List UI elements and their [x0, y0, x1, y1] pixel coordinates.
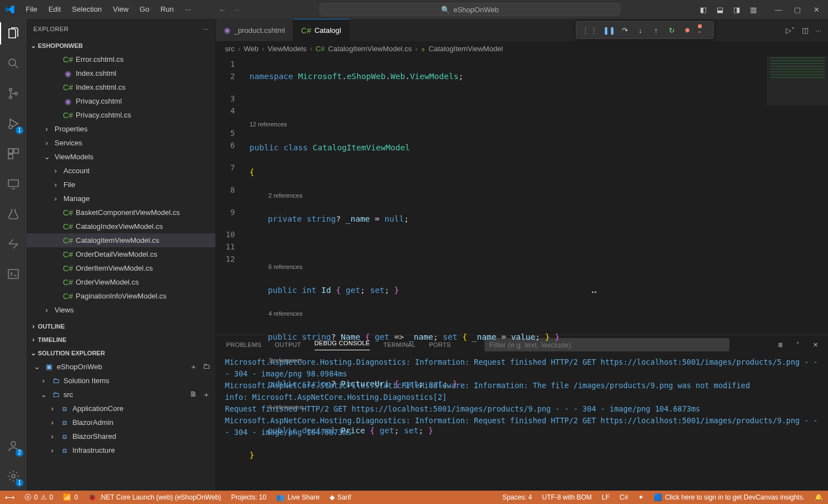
tree-row[interactable]: C#OrderDetailViewModel.cs: [27, 247, 215, 261]
run-config-icon[interactable]: ▷˅: [786, 26, 795, 35]
minimap[interactable]: [767, 56, 828, 200]
tree-row[interactable]: ◉Index.cshtml: [27, 66, 215, 80]
tree-row[interactable]: C#Index.cshtml.cs: [27, 80, 215, 94]
tree-row[interactable]: ›Views: [27, 303, 215, 317]
window-maximize-icon[interactable]: ▢: [789, 0, 806, 19]
restart-icon[interactable]: ↻: [667, 26, 677, 35]
chevron-icon: ›: [48, 432, 57, 441]
breadcrumb-item[interactable]: CatalogItemViewModel.cs: [328, 45, 411, 53]
outline-header[interactable]: › OUTLINE: [27, 320, 215, 333]
layout-customize-icon[interactable]: ▥: [750, 6, 766, 14]
activity-testing[interactable]: [0, 205, 27, 223]
solution-item[interactable]: ⌄🗀src🗎＋: [27, 388, 215, 402]
breadcrumb-item[interactable]: CatalogItemViewModel: [429, 45, 503, 53]
split-editor-icon[interactable]: ◫: [802, 26, 809, 35]
tree-row[interactable]: ⌄ViewModels: [27, 150, 215, 164]
tree-row-label: OrderViewModel.cs: [76, 278, 139, 286]
activity-extensions[interactable]: [0, 145, 27, 163]
menu-file[interactable]: File: [20, 0, 43, 19]
menu-view[interactable]: View: [107, 0, 134, 19]
stop-icon[interactable]: ■ ˅: [698, 22, 708, 38]
solution-item[interactable]: ›⧈BlazorAdmin: [27, 415, 215, 429]
breadcrumb-item[interactable]: Web: [244, 45, 259, 53]
step-over-icon[interactable]: ↷: [620, 26, 630, 35]
menu-run[interactable]: Run: [155, 0, 179, 19]
debug-console-prompt-icon[interactable]: ›: [225, 488, 231, 491]
layout-sidebar-left-icon[interactable]: ◧: [700, 6, 716, 14]
tree-row[interactable]: ◉Privacy.cshtml: [27, 94, 215, 108]
activity-liveshare[interactable]: [0, 235, 27, 253]
status-ports[interactable]: 📶0: [58, 491, 83, 504]
debug-toolbar[interactable]: ⋮⋮ ❚❚ ↷ ↓ ↑ ↻ ✸ ■ ˅: [576, 21, 714, 39]
command-center[interactable]: 🔍 eShopOnWeb: [320, 3, 620, 16]
activity-explorer[interactable]: [0, 25, 27, 42]
tree-row[interactable]: ›Services: [27, 136, 215, 150]
status-errors[interactable]: ⓧ0 ⚠0: [19, 491, 58, 504]
status-remote[interactable]: ⟷: [0, 491, 19, 504]
tree-row[interactable]: ›Properties: [27, 122, 215, 136]
breadcrumbs[interactable]: src› Web› ViewModels› C# CatalogItemView…: [216, 41, 828, 56]
tab-product-cshtml[interactable]: ◉ _product.cshtml: [216, 19, 293, 41]
more-icon[interactable]: ···: [815, 26, 821, 35]
activity-run-debug[interactable]: 1: [0, 115, 27, 133]
timeline-header[interactable]: › TIMELINE: [27, 333, 215, 346]
codelens[interactable]: 3 references: [249, 355, 828, 365]
status-debug-target[interactable]: 🐞.NET Core Launch (web) (eShopOnWeb): [83, 491, 226, 504]
codelens[interactable]: 4 references: [249, 402, 828, 412]
activity-settings[interactable]: 1: [0, 467, 27, 485]
codelens[interactable]: 2 references: [249, 190, 828, 200]
tree-row[interactable]: C#OrderViewModel.cs: [27, 275, 215, 289]
activity-accounts[interactable]: 2: [0, 437, 27, 455]
breadcrumb-item[interactable]: ViewModels: [268, 45, 307, 53]
pause-icon[interactable]: ❚❚: [604, 26, 614, 35]
activity-remote[interactable]: [0, 175, 27, 193]
solution-item[interactable]: ›🗀Solution Items: [27, 374, 215, 388]
step-out-icon[interactable]: ↑: [651, 26, 661, 35]
workspace-header[interactable]: ⌄ ESHOPONWEB: [27, 39, 215, 52]
menu-edit[interactable]: Edit: [43, 0, 66, 19]
layout-sidebar-right-icon[interactable]: ◨: [733, 6, 749, 14]
menu-go[interactable]: Go: [134, 0, 155, 19]
nav-forward-icon[interactable]: →: [233, 6, 240, 14]
tree-row[interactable]: C#Error.cshtml.cs: [27, 52, 215, 66]
window-close-icon[interactable]: ✕: [808, 0, 825, 19]
chevron-right-icon: ›: [29, 336, 38, 344]
drag-grip-icon[interactable]: ⋮⋮: [582, 26, 599, 35]
activity-source-control[interactable]: [0, 85, 27, 102]
tree-row[interactable]: C#PaginationInfoViewModel.cs: [27, 289, 215, 303]
breadcrumb-item[interactable]: src: [225, 45, 234, 53]
tree-row[interactable]: C#BasketComponentViewModel.cs: [27, 205, 215, 219]
hot-reload-icon[interactable]: ✸: [682, 26, 692, 35]
more-icon[interactable]: ···: [203, 26, 209, 32]
solution-root[interactable]: ⌄ ▣ eShopOnWeb ＋🗀: [27, 360, 215, 374]
new-file-icon[interactable]: 🗎: [190, 390, 197, 400]
activity-search[interactable]: [0, 55, 27, 72]
solution-item[interactable]: ›⧈BlazorShared: [27, 429, 215, 443]
menu-overflow[interactable]: ···: [179, 0, 197, 19]
tree-row[interactable]: C#CatalogIndexViewModel.cs: [27, 219, 215, 233]
tree-row[interactable]: ›File: [27, 178, 215, 192]
codelens[interactable]: 12 references: [249, 119, 828, 129]
layout-panel-icon[interactable]: ⬓: [717, 6, 732, 14]
solution-explorer-header[interactable]: ⌄ SOLUTION EXPLORER: [27, 346, 215, 360]
tree-row[interactable]: C#OrderItemViewModel.cs: [27, 261, 215, 275]
solution-item[interactable]: ›⧈ApplicationCore: [27, 402, 215, 415]
tree-row[interactable]: C#Privacy.cshtml.cs: [27, 108, 215, 122]
tree-row[interactable]: C#CatalogItemViewModel.cs: [27, 233, 215, 247]
text-editor[interactable]: 1 2 3 4 5 6 7 8 9: [216, 56, 828, 335]
code-content[interactable]: namespace Microsoft.eShopWeb.Web.ViewMod…: [243, 56, 828, 335]
codelens[interactable]: 4 references: [249, 309, 828, 319]
add-icon[interactable]: ＋: [203, 390, 210, 400]
activity-terminal[interactable]: [0, 265, 27, 283]
codelens[interactable]: 6 references: [249, 262, 828, 272]
tab-catalogitemviewmodel[interactable]: C# CatalogI: [293, 19, 350, 41]
nav-back-icon[interactable]: ←: [219, 6, 226, 14]
add-file-icon[interactable]: ＋: [190, 362, 197, 372]
step-into-icon[interactable]: ↓: [635, 26, 645, 35]
tree-row[interactable]: ›Manage: [27, 192, 215, 205]
menu-selection[interactable]: Selection: [66, 0, 107, 19]
window-minimize-icon[interactable]: —: [770, 0, 787, 19]
tree-row[interactable]: ›Account: [27, 164, 215, 178]
solution-item[interactable]: ›⧈Infrastructure: [27, 443, 215, 457]
new-folder-icon[interactable]: 🗀: [203, 362, 210, 372]
